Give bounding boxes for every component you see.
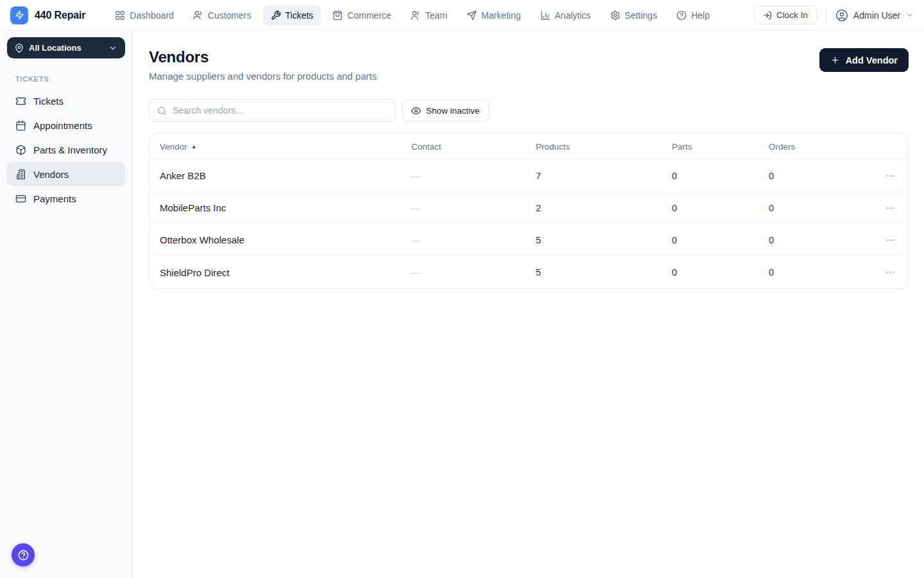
divider — [826, 8, 826, 22]
vendor-contact: — — [411, 171, 536, 181]
app-logo — [10, 6, 28, 24]
main-content: Vendors Manage suppliers and vendors for… — [133, 31, 924, 578]
vendor-contact: — — [411, 203, 536, 213]
topbar-right: Clock In Admin User — [754, 6, 914, 24]
top-bar: 440 Repair Dashboard Customers Tickets C… — [0, 0, 924, 31]
vendor-search — [149, 99, 395, 122]
eye-icon — [411, 106, 421, 116]
vendor-parts-count: 0 — [672, 171, 769, 181]
search-input[interactable] — [173, 105, 387, 116]
nav-item-team[interactable]: Team — [403, 5, 455, 26]
sidebar-item-appointments[interactable]: Appointments — [7, 113, 125, 137]
ellipsis-icon — [885, 203, 895, 213]
vendor-orders-count: 0 — [769, 267, 868, 277]
nav-item-tickets[interactable]: Tickets — [263, 5, 321, 26]
gear-icon — [610, 10, 620, 21]
vendor-products-count: 5 — [536, 235, 672, 245]
table-row[interactable]: MobileParts Inc — 2 0 0 — [150, 192, 908, 224]
chevron-down-icon — [108, 44, 117, 53]
page-title: Vendors — [149, 48, 377, 66]
package-icon — [15, 144, 26, 155]
nav-item-dashboard[interactable]: Dashboard — [107, 5, 182, 26]
wrench-icon — [271, 10, 281, 21]
nav-item-commerce[interactable]: Commerce — [325, 5, 398, 26]
customers-icon — [193, 10, 203, 21]
primary-nav: Dashboard Customers Tickets Commerce Tea… — [107, 5, 717, 26]
help-fab-button[interactable] — [12, 543, 35, 566]
nav-item-customers[interactable]: Customers — [185, 5, 259, 26]
column-header-orders[interactable]: Orders — [769, 142, 868, 152]
sidebar-item-payments[interactable]: Payments — [7, 186, 125, 211]
column-header-parts[interactable]: Parts — [672, 142, 769, 152]
building-icon — [15, 169, 26, 180]
vendor-name: Otterbox Wholesale — [160, 234, 411, 245]
sort-asc-icon: ▲ — [191, 143, 197, 150]
ellipsis-icon — [885, 235, 895, 245]
sidebar-item-vendors[interactable]: Vendors — [7, 162, 125, 186]
user-name: Admin User — [853, 10, 900, 21]
vendor-products-count: 5 — [536, 267, 672, 277]
table-row[interactable]: ShieldPro Direct — 5 0 0 — [150, 256, 908, 288]
vendor-table-body: Anker B2B — 7 0 0 MobileParts Inc — 2 0 … — [150, 160, 908, 288]
dashboard-icon — [115, 10, 125, 21]
team-icon — [411, 10, 421, 21]
vendor-contact: — — [411, 267, 536, 277]
help-circle-icon — [17, 549, 30, 561]
user-avatar-icon — [835, 9, 848, 22]
column-header-vendor[interactable]: Vendor ▲ — [160, 142, 411, 152]
shopping-bag-icon — [332, 10, 343, 21]
send-icon — [466, 10, 477, 21]
chevron-down-icon — [905, 11, 914, 19]
search-icon — [157, 106, 167, 116]
zap-icon — [15, 10, 24, 20]
nav-item-settings[interactable]: Settings — [603, 5, 665, 26]
nav-item-help[interactable]: Help — [669, 5, 717, 26]
user-menu[interactable]: Admin User — [835, 9, 914, 22]
table-row[interactable]: Otterbox Wholesale — 5 0 0 — [150, 224, 908, 256]
ellipsis-icon — [885, 171, 895, 181]
sidebar-item-parts-inventory[interactable]: Parts & Inventory — [7, 137, 125, 162]
nav-item-marketing[interactable]: Marketing — [459, 5, 528, 26]
vendor-name: MobileParts Inc — [160, 202, 411, 213]
row-menu-button[interactable] — [882, 265, 898, 280]
show-inactive-button[interactable]: Show inactive — [402, 100, 489, 121]
map-pin-icon — [15, 44, 24, 53]
table-row[interactable]: Anker B2B — 7 0 0 — [150, 160, 908, 192]
vendor-parts-count: 0 — [672, 235, 769, 245]
vendor-name: ShieldPro Direct — [160, 267, 411, 278]
app-brand[interactable]: 440 Repair — [10, 6, 85, 24]
column-header-products[interactable]: Products — [536, 142, 672, 152]
vendor-orders-count: 0 — [769, 235, 868, 245]
vendor-parts-count: 0 — [672, 267, 769, 277]
help-circle-icon — [676, 10, 687, 21]
vendor-name: Anker B2B — [160, 170, 411, 181]
row-menu-button[interactable] — [882, 232, 898, 248]
vendor-parts-count: 0 — [672, 203, 769, 213]
vendor-products-count: 2 — [536, 203, 672, 213]
plus-icon — [830, 55, 840, 65]
add-vendor-button[interactable]: Add Vendor — [819, 48, 909, 72]
calendar-icon — [15, 120, 26, 131]
vendor-orders-count: 0 — [769, 203, 868, 213]
log-in-icon — [763, 11, 772, 20]
vendor-contact: — — [411, 235, 536, 245]
vendor-orders-count: 0 — [769, 171, 868, 181]
nav-item-analytics[interactable]: Analytics — [533, 5, 599, 26]
credit-card-icon — [15, 193, 26, 204]
app-name: 440 Repair — [35, 10, 85, 21]
ticket-icon — [15, 96, 26, 107]
row-menu-button[interactable] — [882, 168, 898, 184]
sidebar: All Locations TICKETS Tickets Appointmen… — [0, 31, 133, 578]
vendor-products-count: 7 — [536, 171, 672, 181]
sidebar-item-tickets[interactable]: Tickets — [7, 89, 125, 113]
table-header-row: Vendor ▲ Contact Products Parts Orders — [150, 134, 908, 160]
bar-chart-icon — [540, 10, 551, 21]
location-selector[interactable]: All Locations — [7, 37, 125, 58]
column-header-contact[interactable]: Contact — [411, 142, 536, 152]
ellipsis-icon — [885, 267, 895, 277]
page-subtitle: Manage suppliers and vendors for product… — [149, 71, 377, 82]
vendors-table: Vendor ▲ Contact Products Parts Orders A… — [149, 133, 909, 289]
clock-in-button[interactable]: Clock In — [754, 6, 817, 24]
row-menu-button[interactable] — [882, 200, 898, 216]
sidebar-section-label: TICKETS — [15, 75, 117, 83]
